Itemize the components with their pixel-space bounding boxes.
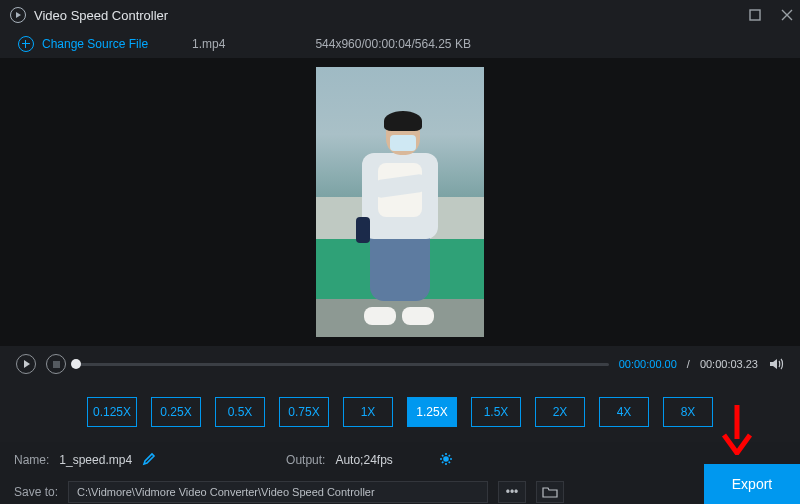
info-bar: Change Source File 1.mp4 544x960/00:00:0…: [0, 30, 800, 58]
stop-button[interactable]: [46, 354, 66, 374]
speed-option-0-25x[interactable]: 0.25X: [151, 397, 201, 427]
time-separator: /: [687, 358, 690, 370]
speed-option-0-5x[interactable]: 0.5X: [215, 397, 265, 427]
speed-option-1-25x[interactable]: 1.25X: [407, 397, 457, 427]
speed-option-4x[interactable]: 4X: [599, 397, 649, 427]
name-value: 1_speed.mp4: [59, 453, 132, 467]
titlebar: Video Speed Controller: [0, 0, 800, 30]
time-current: 00:00:00.00: [619, 358, 677, 370]
plus-circle-icon: [18, 36, 34, 52]
speed-option-0-125x[interactable]: 0.125X: [87, 397, 137, 427]
source-file-meta: 544x960/00:00:04/564.25 KB: [315, 37, 470, 51]
seek-slider[interactable]: [76, 363, 609, 366]
time-duration: 00:00:03.23: [700, 358, 758, 370]
output-value: Auto;24fps: [335, 453, 392, 467]
browse-path-button[interactable]: •••: [498, 481, 526, 503]
edit-name-icon[interactable]: [142, 452, 156, 469]
bottom-panel: Name: 1_speed.mp4 Output: Auto;24fps Sav…: [0, 442, 800, 504]
speed-option-2x[interactable]: 2X: [535, 397, 585, 427]
output-settings-icon[interactable]: [439, 452, 453, 469]
save-to-label: Save to:: [14, 485, 58, 499]
source-file-name: 1.mp4: [192, 37, 225, 51]
export-button[interactable]: Export: [704, 464, 800, 504]
app-logo-icon: [10, 7, 26, 23]
change-source-label: Change Source File: [42, 37, 148, 51]
svg-point-1: [444, 457, 448, 461]
save-path-input[interactable]: [68, 481, 488, 503]
video-frame[interactable]: [316, 67, 484, 337]
open-folder-button[interactable]: [536, 481, 564, 503]
speed-options: 0.125X0.25X0.5X0.75X1X1.25X1.5X2X4X8X: [0, 382, 800, 442]
speed-option-1x[interactable]: 1X: [343, 397, 393, 427]
output-label: Output:: [286, 453, 325, 467]
speed-option-1-5x[interactable]: 1.5X: [471, 397, 521, 427]
seek-handle[interactable]: [71, 359, 81, 369]
volume-icon[interactable]: [768, 356, 784, 372]
speed-option-8x[interactable]: 8X: [663, 397, 713, 427]
playback-bar: 00:00:00.00 / 00:00:03.23: [0, 346, 800, 382]
close-icon[interactable]: [780, 8, 794, 22]
video-preview-area: [0, 58, 800, 346]
speed-option-0-75x[interactable]: 0.75X: [279, 397, 329, 427]
maximize-icon[interactable]: [748, 8, 762, 22]
play-button[interactable]: [16, 354, 36, 374]
svg-rect-0: [750, 10, 760, 20]
name-label: Name:: [14, 453, 49, 467]
window-title: Video Speed Controller: [34, 8, 168, 23]
change-source-button[interactable]: Change Source File: [18, 36, 148, 52]
